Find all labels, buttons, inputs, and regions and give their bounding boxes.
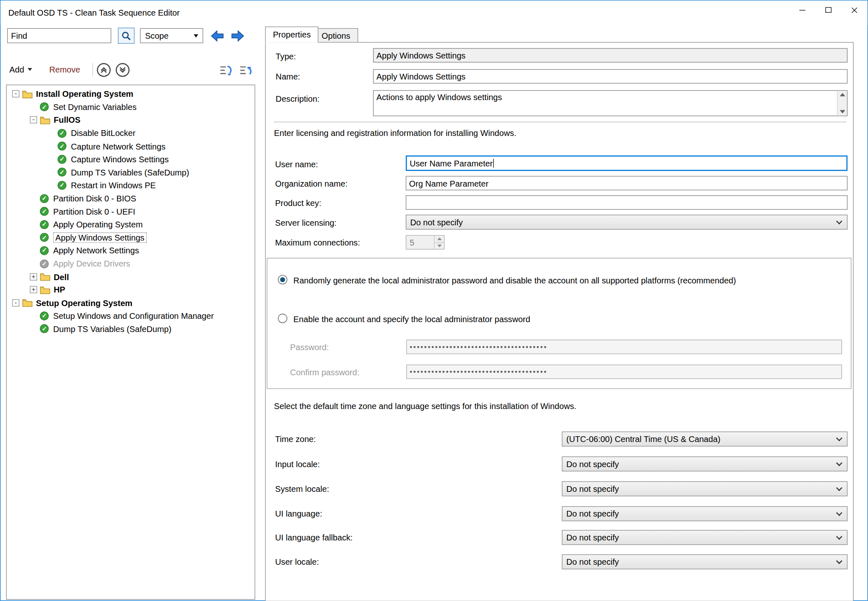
find-previous-button[interactable]: [209, 28, 225, 44]
tree-expander[interactable]: -: [30, 117, 37, 124]
expand-tree-button[interactable]: [219, 63, 233, 77]
task-sequence-tree[interactable]: -Install Operating SystemSet Dynamic Var…: [6, 84, 255, 599]
maximize-icon: [826, 7, 832, 12]
description-scrollbar[interactable]: [837, 91, 847, 115]
scroll-up-icon: [840, 93, 845, 96]
scope-select-value: Scope: [145, 31, 169, 40]
tree-item[interactable]: -Install Operating System: [7, 87, 255, 101]
user-name-value: User Name Parameter: [410, 159, 493, 168]
tree-item[interactable]: Apply Device Drivers: [7, 257, 255, 270]
chevron-down-circle-icon: [118, 66, 127, 74]
tab-properties[interactable]: Properties: [265, 26, 318, 42]
window-controls: [789, 0, 867, 19]
section-divider: [274, 122, 847, 122]
radio-enable-account[interactable]: [278, 314, 287, 323]
step-check-icon: [40, 207, 49, 216]
product-key-field[interactable]: [406, 195, 847, 210]
move-up-button[interactable]: [97, 63, 111, 77]
step-check-icon: [40, 246, 49, 255]
system-locale-select[interactable]: Do not specify: [562, 481, 847, 496]
name-field[interactable]: Apply Windows Settings: [373, 69, 847, 84]
tree-item[interactable]: Dump TS Variables (SafeDump): [7, 323, 255, 336]
description-label: Description:: [276, 94, 319, 103]
search-button[interactable]: [118, 28, 134, 44]
user-name-label: User name:: [275, 159, 318, 169]
step-check-icon: [40, 325, 49, 333]
tree-item[interactable]: Disable BitLocker: [7, 126, 255, 140]
tree-item[interactable]: Capture Windows Settings: [7, 153, 255, 166]
tree-item[interactable]: Partition Disk 0 - BIOS: [7, 192, 255, 205]
tree-expander[interactable]: +: [30, 273, 37, 280]
tab-options[interactable]: Options: [314, 28, 358, 42]
task-sequence-editor-window: Default OSD TS - Clean Task Sequence Edi…: [0, 0, 868, 601]
tree-item[interactable]: Restart in Windows PE: [7, 179, 255, 192]
input-locale-label: Input locale:: [275, 459, 320, 469]
input-locale-select[interactable]: Do not specify: [562, 456, 847, 471]
stepper-down-button[interactable]: [434, 242, 444, 249]
tree-item[interactable]: Partition Disk 0 - UEFI: [7, 205, 255, 218]
toolbar-divider: [92, 63, 93, 76]
tree-item[interactable]: Setup Windows and Configuration Manager: [7, 309, 255, 323]
maximize-button[interactable]: [815, 0, 841, 19]
stepper-up-button[interactable]: [434, 236, 444, 242]
move-down-button[interactable]: [116, 63, 130, 77]
properties-panel: Type: Apply Windows Settings Name: Apply…: [265, 42, 854, 601]
tree-item-label: Disable BitLocker: [71, 129, 136, 138]
arrow-left-icon: [210, 28, 225, 43]
tree-item[interactable]: Apply Operating System: [7, 218, 255, 231]
tree-item[interactable]: -FullOS: [7, 114, 255, 127]
ui-language-select[interactable]: Do not specify: [562, 506, 847, 521]
tree-item[interactable]: +Dell: [7, 270, 255, 283]
radio-randomly-generate[interactable]: [278, 275, 287, 285]
ui-language-label: UI language:: [275, 509, 322, 519]
tree-item-label: HP: [54, 285, 65, 295]
add-button[interactable]: Add: [9, 65, 32, 74]
tree-expander[interactable]: -: [12, 299, 19, 306]
ui-language-fallback-label: UI language fallback:: [275, 533, 353, 542]
collapse-tree-button[interactable]: [239, 63, 253, 77]
tree-item-label: Restart in Windows PE: [71, 180, 156, 190]
description-value: Actions to apply Windows settings: [376, 92, 502, 102]
user-locale-select[interactable]: Do not specify: [562, 554, 847, 569]
radio-enable-account-label: Enable the account and specify the local…: [293, 314, 530, 324]
find-next-button[interactable]: [229, 28, 245, 44]
max-connections-stepper: 5: [406, 235, 444, 250]
tree-item-label: Install Operating System: [36, 89, 133, 99]
description-field[interactable]: Actions to apply Windows settings: [373, 90, 847, 116]
find-input[interactable]: Find: [7, 28, 111, 43]
tree-item[interactable]: Apply Network Settings: [7, 244, 255, 257]
server-licensing-select[interactable]: Do not specify: [406, 215, 847, 229]
tree-item[interactable]: +HP: [7, 283, 255, 297]
tree-item[interactable]: Set Dynamic Variables: [7, 101, 255, 114]
server-licensing-label: Server licensing:: [275, 218, 337, 227]
tree-expander[interactable]: +: [30, 286, 37, 293]
tree-item[interactable]: Apply Windows Settings: [7, 231, 255, 244]
search-icon: [121, 31, 131, 41]
product-key-label: Product key:: [275, 198, 321, 208]
close-icon: [851, 6, 858, 13]
close-button[interactable]: [842, 0, 868, 19]
triangle-up-icon: [437, 238, 441, 241]
timezone-select[interactable]: (UTC-06:00) Central Time (US & Canada): [562, 432, 847, 447]
organization-label: Organization name:: [275, 179, 348, 188]
remove-button[interactable]: Remove: [49, 65, 80, 74]
chevron-down-icon: [836, 460, 842, 466]
add-button-label: Add: [9, 65, 24, 74]
tree-item[interactable]: Capture Network Settings: [7, 140, 255, 153]
window-title: Default OSD TS - Clean Task Sequence Edi…: [8, 8, 180, 17]
arrow-right-icon: [230, 28, 244, 43]
max-connections-value: 5: [406, 236, 434, 249]
scope-select[interactable]: Scope: [140, 28, 203, 43]
chevron-down-icon: [836, 484, 842, 491]
minimize-button[interactable]: [789, 0, 815, 19]
tree-expander[interactable]: -: [12, 90, 19, 97]
step-check-icon: [58, 181, 66, 189]
tree-item[interactable]: Dump TS Variables (SafeDump): [7, 166, 255, 179]
organization-field[interactable]: Org Name Parameter: [406, 176, 847, 190]
step-check-icon: [40, 103, 49, 111]
ui-language-fallback-select[interactable]: Do not specify: [562, 530, 847, 545]
type-field: Apply Windows Settings: [373, 48, 847, 63]
tree-item[interactable]: -Setup Operating System: [7, 296, 255, 309]
step-check-icon: [58, 155, 66, 164]
user-name-field[interactable]: User Name Parameter: [406, 155, 847, 171]
